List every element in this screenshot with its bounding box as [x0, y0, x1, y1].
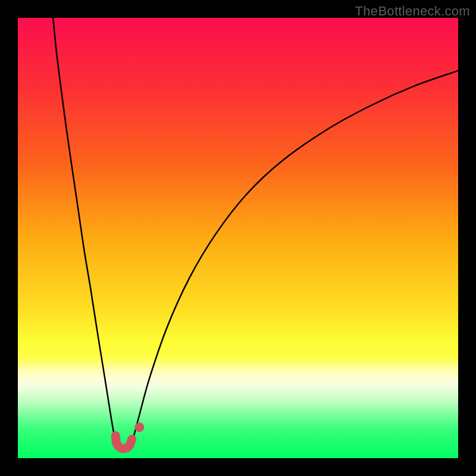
plot-area: [18, 18, 458, 458]
curves-svg: [18, 18, 458, 458]
chart-stage: TheBottleneck.com: [0, 0, 476, 476]
dip-u-marker: [115, 436, 131, 449]
right-curve-path: [131, 71, 458, 443]
dip-dot-marker: [134, 422, 144, 432]
watermark-text: TheBottleneck.com: [355, 4, 470, 19]
left-curve-path: [53, 18, 117, 443]
